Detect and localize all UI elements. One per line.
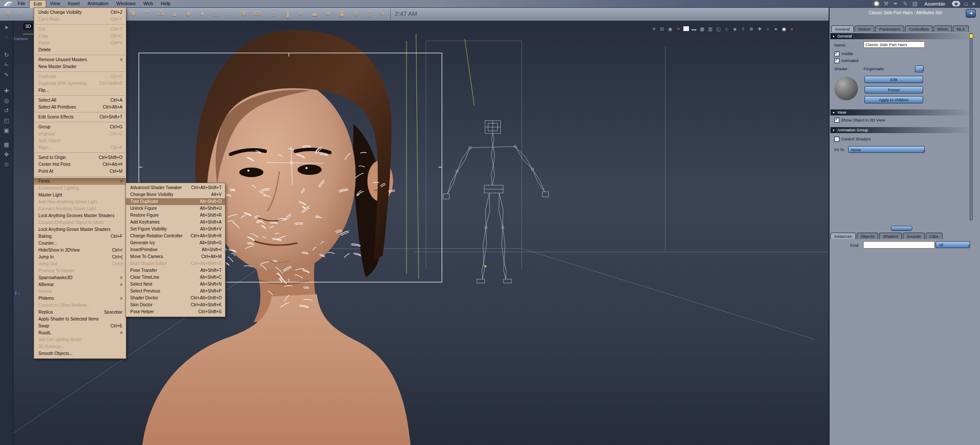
wire-globe-icon[interactable]: ◇ bbox=[723, 25, 730, 33]
pan-icon[interactable]: ✥ bbox=[0, 151, 13, 158]
menu-item[interactable]: Apply Shader to Selected Items bbox=[34, 316, 126, 323]
menu-item[interactable]: ReplicaSpacebar bbox=[34, 309, 126, 316]
menu-item[interactable]: Delete bbox=[34, 47, 126, 53]
menu-item[interactable]: Select PreviousAlt+Shift+P bbox=[126, 288, 225, 295]
camera-icon[interactable]: ▣ bbox=[336, 9, 348, 19]
menu-item[interactable]: Fenric> bbox=[34, 178, 126, 185]
menu-item[interactable]: Send to OriginCtrl+Shift+O bbox=[34, 154, 126, 161]
texture-brush-icon[interactable]: ✎ bbox=[903, 0, 908, 7]
white-sphere-icon[interactable]: ◉ bbox=[781, 25, 787, 33]
close-icon[interactable]: ✕ bbox=[972, 1, 976, 7]
shaded-globe-icon[interactable]: ◈ bbox=[732, 25, 738, 33]
particle-emitter-icon[interactable]: ⁂ bbox=[155, 9, 166, 19]
menu-item[interactable]: Remove Unused Masters> bbox=[34, 56, 126, 63]
apply-to-children-button[interactable]: Apply to children bbox=[864, 96, 923, 103]
cameras-icon[interactable]: ◉ bbox=[667, 25, 673, 33]
cloud-icon[interactable]: ☁ bbox=[309, 9, 320, 19]
collapse-triangle-icon[interactable]: ▼ bbox=[832, 111, 835, 114]
menubar-item-help[interactable]: Help bbox=[157, 0, 175, 7]
rotate-tool-icon[interactable]: ↺ bbox=[0, 107, 13, 114]
shader-dropdown-button[interactable]: » bbox=[915, 65, 924, 72]
control-shaders-checkbox[interactable] bbox=[834, 137, 839, 142]
menu-item[interactable]: Flip... bbox=[34, 87, 126, 94]
text-tool-icon[interactable]: T bbox=[141, 9, 153, 19]
menu-item[interactable]: Add KeyframesAlt+Shift+A bbox=[126, 219, 225, 226]
light-gizmo-dot[interactable] bbox=[485, 265, 486, 267]
textured-sphere-icon[interactable]: ◐ bbox=[789, 25, 795, 33]
menubar-item-web[interactable]: Web bbox=[139, 0, 157, 7]
menu-item[interactable]: ABemar> bbox=[34, 281, 126, 288]
menu-item[interactable]: Tree DuplicateAlt+Shift+D bbox=[126, 198, 225, 205]
menu-item[interactable]: New Master Shader bbox=[34, 63, 126, 70]
animated-checkbox[interactable]: ✓ bbox=[834, 58, 839, 63]
section-general[interactable]: ▼General bbox=[830, 33, 973, 39]
menu-item[interactable]: Smooth Objects... bbox=[34, 350, 126, 357]
menu-item[interactable]: Jump InCtrl+[ bbox=[34, 254, 126, 261]
lasso-icon[interactable]: ◌ bbox=[0, 34, 13, 40]
menu-item[interactable]: Edit Scene EffectsCtrl+Shift+T bbox=[34, 114, 126, 121]
menu-item[interactable]: Change Rotation ControllerCtrl+Alt+Shift… bbox=[126, 233, 225, 240]
tab-nla[interactable]: NLA bbox=[953, 25, 968, 32]
menu-item[interactable]: Counter... bbox=[34, 240, 126, 247]
menu-item[interactable]: SwapCtrl+E bbox=[34, 323, 126, 330]
storyboard-pen-icon[interactable]: ✒ bbox=[893, 0, 898, 7]
menu-item[interactable]: Lock Anything Grows Master Shaders bbox=[34, 226, 126, 233]
hierarchy-icon[interactable]: ⋔ bbox=[350, 9, 361, 19]
render-film-icon[interactable]: ▤ bbox=[912, 0, 917, 7]
target-icon[interactable]: ◎ bbox=[364, 9, 375, 19]
menu-item[interactable]: Center Hot PointCtrl+Alt+H bbox=[34, 161, 126, 168]
menu-item[interactable]: Sparrowhawke3D> bbox=[34, 274, 126, 281]
tab-motion[interactable]: Motion bbox=[855, 25, 875, 32]
tab-shaders[interactable]: Shaders bbox=[879, 233, 902, 239]
properties-scrollbar[interactable] bbox=[970, 33, 973, 220]
preset-button[interactable]: Preset bbox=[864, 86, 923, 93]
section-view[interactable]: ▼View bbox=[830, 109, 973, 115]
menu-item[interactable]: Unlock FigureAlt+Shift+U bbox=[126, 205, 225, 212]
menu-item[interactable]: Change Bone VisibilityAlt+V bbox=[126, 191, 225, 198]
menubar-item-animation[interactable]: Animation bbox=[84, 0, 113, 7]
zoom-icon[interactable]: ⊙ bbox=[0, 161, 13, 168]
camera-name-badge[interactable]: 3D bbox=[23, 23, 33, 30]
tab-general[interactable]: General bbox=[831, 25, 854, 32]
menu-item[interactable]: Generate IvyAlt+Shift+G bbox=[126, 240, 225, 246]
menu-item[interactable]: Select AllCtrl+A bbox=[34, 97, 126, 104]
menu-item[interactable]: Select NextAlt+Shift+N bbox=[126, 281, 225, 288]
collapse-triangle-icon[interactable]: ▼ bbox=[832, 129, 835, 132]
menubar-item-insert[interactable]: Insert bbox=[64, 0, 84, 7]
menubar-item-edit[interactable]: Edit bbox=[29, 0, 46, 8]
tab-sounds[interactable]: Sounds bbox=[903, 233, 924, 239]
menu-item[interactable]: Move To CameraCtrl+Alt+M bbox=[126, 253, 225, 260]
menubar-item-windows[interactable]: Windows bbox=[113, 0, 140, 7]
terrain-icon[interactable]: ▲ bbox=[169, 9, 180, 19]
pan-hand-icon[interactable]: ✦ bbox=[16, 9, 27, 19]
menu-item[interactable]: BakingCtrl+F bbox=[34, 233, 126, 240]
spotlight-icon[interactable]: ✦ bbox=[322, 9, 334, 19]
camera-dolly-icon[interactable]: ▦ bbox=[0, 141, 13, 148]
scale-tool-icon[interactable]: ◰ bbox=[0, 117, 13, 124]
show-object-checkbox[interactable]: ✓ bbox=[834, 118, 839, 123]
menu-item[interactable]: Skin DoctorCtrl+Alt+Shift+K bbox=[126, 302, 225, 308]
eye-icon[interactable]: ◉ bbox=[952, 1, 960, 6]
capsule-icon[interactable]: ❚ bbox=[282, 9, 293, 19]
panel-splitter-handle[interactable] bbox=[891, 226, 912, 231]
pan-cross-icon[interactable]: ✚ bbox=[756, 25, 763, 33]
model-wrench-icon[interactable]: ⚒ bbox=[883, 0, 889, 7]
metaballs-icon[interactable]: ∴ bbox=[224, 9, 235, 19]
scene-list-icon[interactable]: ⊟ bbox=[659, 25, 665, 33]
rock-icon[interactable]: ● bbox=[197, 9, 208, 19]
select-arrow-icon[interactable]: ➤ bbox=[0, 24, 13, 31]
ocean-icon[interactable]: ≈ bbox=[295, 9, 306, 19]
orbit-icon[interactable]: ⊕ bbox=[748, 25, 755, 33]
knife-icon[interactable]: ✁ bbox=[0, 62, 13, 68]
bounding-icon[interactable]: ○ bbox=[764, 25, 771, 33]
layout-grid-icon[interactable]: ▦ bbox=[699, 25, 705, 33]
menu-item[interactable]: Philemo> bbox=[34, 295, 126, 302]
fountain-icon[interactable]: ❃ bbox=[238, 9, 249, 19]
menu-item[interactable]: Clear TimeLineAlt+Shift+C bbox=[126, 274, 225, 281]
layout-single-icon[interactable]: ■ bbox=[683, 26, 689, 31]
panel-arrow-button[interactable]: ➜ bbox=[966, 9, 976, 18]
properties-scroll-thumb[interactable] bbox=[969, 34, 973, 38]
menu-item[interactable]: InsertPrimitiveAlt+Shift+I bbox=[126, 246, 225, 253]
flat-sphere-icon[interactable]: ● bbox=[773, 25, 779, 33]
menu-item[interactable]: Advanced Shader TweakerCtrl+Alt+Shift+T bbox=[126, 184, 225, 191]
